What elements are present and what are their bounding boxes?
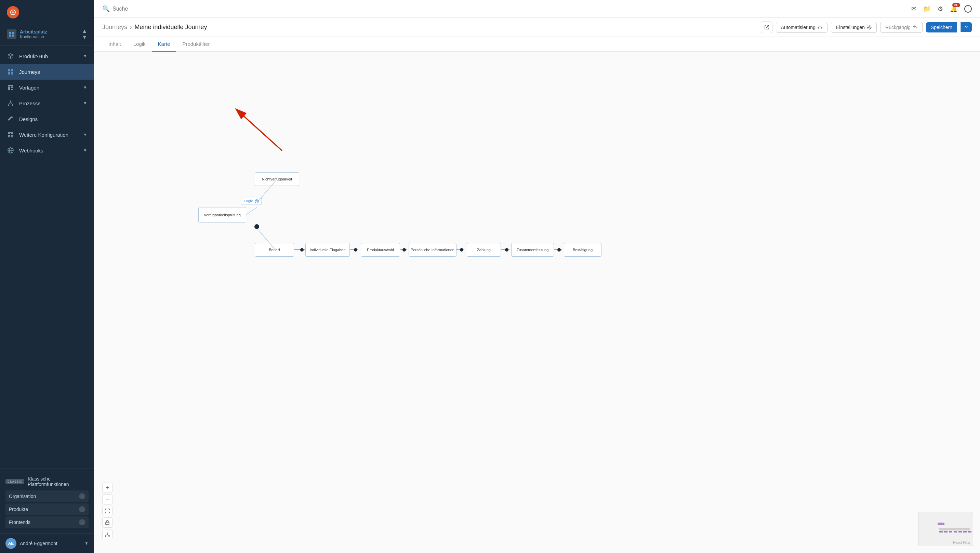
svg-rect-10 [11, 86, 13, 88]
svg-rect-8 [8, 85, 13, 86]
svg-rect-9 [8, 86, 10, 90]
tab-produktfilter[interactable]: Produktfilter [176, 37, 216, 52]
logic-connector [255, 224, 259, 229]
automatisierung-button[interactable]: Automatisierung [776, 22, 827, 33]
mail-icon[interactable]: ✉ [911, 5, 916, 13]
sidebar-item-journeys[interactable]: Journeys [0, 64, 94, 79]
react-flow-label: React Flow [953, 541, 970, 545]
svg-rect-58 [954, 531, 957, 532]
svg-point-34 [354, 248, 357, 251]
lock-button[interactable] [102, 518, 113, 528]
svg-line-52 [107, 534, 109, 536]
classic-item-produkte[interactable]: Produkte i [5, 504, 89, 515]
node-individuelle-eingaben[interactable]: Individuelle Eingaben [305, 243, 350, 257]
journeys-icon [7, 68, 14, 76]
svg-rect-19 [11, 133, 13, 134]
layout-button[interactable] [102, 529, 113, 539]
svg-point-49 [109, 536, 110, 537]
info-icon: i [79, 519, 85, 525]
zoom-in-button[interactable]: + [102, 483, 113, 493]
rueckgaengig-button[interactable]: Rückgängig [880, 22, 923, 33]
svg-rect-21 [11, 135, 13, 136]
app-logo[interactable] [7, 6, 19, 19]
user-menu[interactable]: AE André Eggermont ▼ [0, 534, 94, 553]
chevron-down-icon: ▼ [84, 541, 89, 546]
breadcrumb-journeys[interactable]: Journeys [102, 24, 127, 31]
svg-rect-61 [968, 531, 972, 532]
svg-point-27 [869, 27, 870, 28]
external-link-button[interactable] [761, 22, 772, 33]
search-input[interactable] [113, 6, 181, 12]
speichern-button[interactable]: Speichern [926, 22, 957, 32]
svg-rect-54 [939, 528, 970, 531]
breadcrumb-separator: › [130, 24, 132, 30]
node-nichtverfugbarkeit[interactable]: Nichtverfügbarkeit [255, 172, 299, 186]
chevron-down-icon: ▼ [83, 54, 87, 59]
svg-point-36 [402, 248, 406, 251]
node-produktauswahl[interactable]: Produktauswahl [361, 243, 400, 257]
sidebar-item-label: Prozesse [19, 100, 41, 106]
chevron-down-icon: ▼ [83, 148, 87, 153]
svg-line-51 [106, 534, 107, 536]
tabs: Inhalt Logik Karte Produktfilter [94, 37, 980, 52]
svg-rect-53 [938, 523, 945, 525]
annotation-arrow [94, 52, 980, 553]
sidebar-item-label: Designs [19, 116, 38, 122]
node-personliche-informationen[interactable]: Persönliche Informationen [409, 243, 457, 257]
svg-rect-3 [12, 35, 14, 37]
notifications-button[interactable]: 🔔 99+ [950, 5, 958, 13]
notifications-badge: 99+ [952, 3, 960, 7]
einstellungen-button[interactable]: Einstellungen [831, 22, 877, 33]
svg-point-48 [105, 536, 107, 537]
workspace-name: Arbeitsplatz [20, 29, 47, 35]
svg-rect-46 [106, 522, 109, 524]
classic-item-organisation[interactable]: Organisation i [5, 491, 89, 502]
sidebar-item-label: Weitere Konfiguration [19, 132, 68, 138]
sidebar-item-prozesse[interactable]: Prozesse ▼ [0, 95, 94, 111]
user-avatar: AE [5, 538, 16, 549]
tab-karte[interactable]: Karte [152, 37, 177, 52]
canvas-controls: + − [102, 483, 113, 539]
cube-icon [7, 52, 14, 60]
globe-icon [7, 147, 14, 154]
node-bestatigung[interactable]: Bestätigung [564, 243, 601, 257]
node-zusammenfessung[interactable]: Zusammenfessung [511, 243, 554, 257]
topbar: 🔍 ✉ 📁 ⚙ 🔔 99+ i [94, 0, 980, 18]
speichern-split-button[interactable] [961, 22, 972, 32]
svg-line-15 [8, 102, 11, 105]
sidebar-item-weitere-konfiguration[interactable]: Weitere Konfiguration ▼ [0, 127, 94, 143]
sidebar-item-designs[interactable]: Designs [0, 111, 94, 127]
sidebar-item-produkt-hub[interactable]: Produkt-Hub ▼ [0, 48, 94, 64]
svg-point-38 [460, 248, 463, 251]
chart-icon [7, 100, 14, 107]
journey-header: Journeys › Meine individuelle Journey Au… [94, 18, 980, 37]
svg-rect-11 [11, 89, 13, 90]
svg-point-40 [505, 248, 509, 251]
sidebar-item-label: Journeys [19, 69, 40, 75]
node-zahlung[interactable]: Zahlung [467, 243, 501, 257]
info-icon[interactable]: i [964, 5, 972, 13]
classic-badge: CLASSIC [5, 479, 24, 484]
sidebar-item-webhooks[interactable]: Webhooks ▼ [0, 143, 94, 158]
gear-icon[interactable]: ⚙ [938, 5, 943, 13]
node-bedarf[interactable]: Bedarf [255, 243, 294, 257]
tab-inhalt[interactable]: Inhalt [102, 37, 127, 52]
workspace-selector[interactable]: Arbeitsplatz Konfiguration ▲▼ [0, 25, 94, 46]
svg-rect-56 [944, 531, 948, 532]
svg-rect-22 [8, 137, 10, 137]
tab-logik[interactable]: Logik [127, 37, 152, 52]
svg-rect-17 [8, 132, 13, 133]
svg-rect-0 [9, 32, 11, 34]
node-verfugbarkeitsprufung[interactable]: Verfügbarkeitsprüfung [198, 207, 246, 222]
svg-line-16 [11, 102, 13, 105]
sidebar-item-vorlagen[interactable]: Vorlagen ▼ [0, 79, 94, 95]
zoom-out-button[interactable]: − [102, 494, 113, 504]
folder-icon[interactable]: 📁 [923, 5, 931, 13]
svg-rect-60 [963, 531, 967, 532]
classic-item-frontends[interactable]: Frontends i [5, 516, 89, 528]
fit-view-button[interactable] [102, 506, 113, 516]
breadcrumb-current: Meine individuelle Journey [134, 24, 207, 31]
svg-point-47 [107, 532, 108, 533]
svg-rect-23 [11, 137, 13, 137]
logic-label[interactable]: Logik [241, 198, 262, 204]
